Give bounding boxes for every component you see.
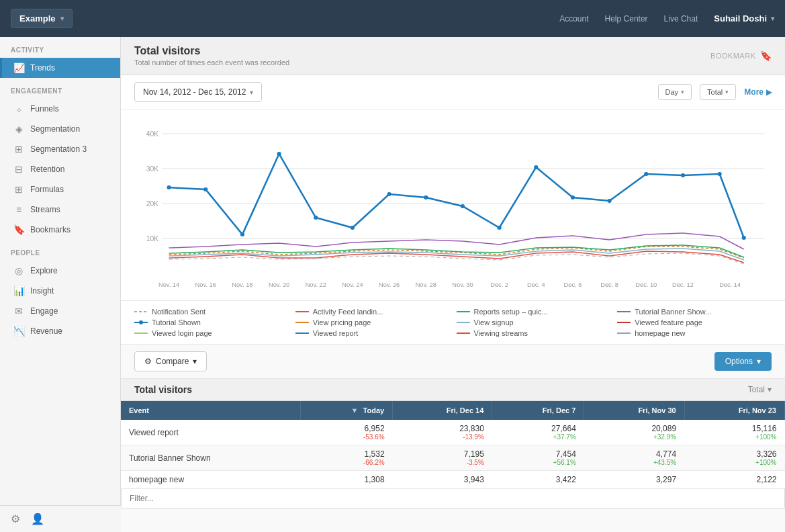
svg-text:Nov. 24: Nov. 24 [342, 281, 363, 288]
sidebar-item-segmentation3[interactable]: ⊞ Segmentation 3 [0, 139, 120, 159]
bookmark-button[interactable]: BOOKMARK 🔖 [710, 50, 772, 61]
svg-text:Nov. 16: Nov. 16 [195, 281, 216, 288]
page-subtitle: Total number of times each event was rec… [134, 58, 289, 66]
explore-icon: ◎ [13, 265, 25, 276]
sidebar-item-streams[interactable]: ≡ Streams [0, 200, 120, 220]
today-value: 1,532 -66.2% [301, 445, 393, 471]
chart-container: 40K 30K 20K 10K Nov. 14 Nov. 16 Nov. 18 … [134, 120, 772, 295]
legend-item-login: Viewed login page [134, 329, 289, 337]
sidebar-retention-label: Retention [30, 165, 64, 174]
col-nov30[interactable]: Fri, Nov 30 [584, 401, 684, 420]
legend-label-viewed-report: Viewed report [313, 329, 359, 337]
total-dropdown-label: Total [748, 385, 765, 394]
sidebar-item-engage[interactable]: ✉ Engage [0, 301, 120, 321]
sidebar-item-funnels[interactable]: ⬦ Funnels [0, 99, 120, 119]
svg-text:Dec. 4: Dec. 4 [527, 281, 545, 288]
table-header-row: Total visitors Total ▾ [121, 379, 785, 401]
svg-text:Nov. 18: Nov. 18 [232, 281, 252, 288]
date-range-chevron: ▾ [250, 89, 253, 96]
date-range-button[interactable]: Nov 14, 2012 - Dec 15, 2012 ▾ [134, 82, 262, 102]
col-dec14[interactable]: Fri, Dec 14 [393, 401, 492, 420]
svg-point-33 [498, 226, 502, 230]
legend-item-signup: View signup [457, 318, 611, 326]
table-row: Viewed report 6,952 -53.6% 23,830 -13.9%… [121, 420, 785, 445]
col-nov23[interactable]: Fri, Nov 23 [684, 401, 784, 420]
legend-label-tutorial-shown: Tutorial Shown [152, 318, 201, 326]
sidebar-item-insight[interactable]: 📊 Insight [0, 281, 120, 301]
total-label: Total [707, 88, 723, 96]
streams-icon: ≡ [13, 204, 25, 215]
svg-point-32 [461, 204, 465, 208]
sidebar-segmentation3-label: Segmentation 3 [30, 144, 87, 154]
engage-icon: ✉ [13, 306, 25, 316]
legend-label-notification: Notification Sent [152, 308, 205, 316]
legend-label-tutorial-banner: Tutorial Banner Show... [635, 308, 711, 316]
compare-button[interactable]: ⚙ Compare ▾ [134, 351, 207, 371]
legend-label-reports: Reports setup – quic... [474, 308, 548, 316]
svg-text:Nov. 26: Nov. 26 [379, 281, 400, 288]
sidebar-item-formulas[interactable]: ⊞ Formulas [0, 179, 120, 200]
bottom-toolbar: ⚙ Compare ▾ Options ▾ [121, 345, 785, 379]
svg-point-35 [571, 195, 575, 200]
event-name: Viewed report [121, 420, 301, 445]
dec7-value: 3,422 [492, 471, 584, 489]
sidebar-bookmarks-label: Bookmarks [30, 225, 71, 234]
sidebar-item-bookmarks[interactable]: 🔖 Bookmarks [0, 220, 120, 240]
sidebar-bottom: ⚙ 👤 [0, 505, 121, 532]
filter-input[interactable] [121, 489, 785, 508]
options-button[interactable]: Options ▾ [714, 352, 772, 371]
total-dropdown-chevron: ▾ [768, 385, 772, 394]
people-section-label: PEOPLE [0, 240, 120, 261]
app-selector[interactable]: Example ▾ [11, 9, 73, 28]
sidebar-item-explore[interactable]: ◎ Explore [0, 261, 120, 281]
svg-text:Dec. 10: Dec. 10 [635, 281, 657, 288]
legend-item-activity-feed: Activity Feed landin... [295, 308, 450, 316]
bookmark-icon: 🔖 [760, 50, 772, 61]
more-button[interactable]: More ▶ [744, 87, 772, 97]
bookmark-label: BOOKMARK [710, 52, 756, 60]
legend-label-pricing: View pricing page [313, 318, 371, 326]
main-content: Total visitors Total number of times eac… [121, 37, 785, 532]
col-event: Event [121, 401, 301, 420]
svg-text:40K: 40K [146, 130, 159, 138]
day-label: Day [665, 88, 679, 96]
total-button[interactable]: Total ▾ [700, 84, 736, 100]
col-dec7[interactable]: Fri, Dec 7 [492, 401, 584, 420]
svg-text:Dec. 12: Dec. 12 [672, 281, 694, 288]
col-today[interactable]: ▼ Today [301, 401, 393, 420]
sidebar-item-trends[interactable]: 📈 Trends [0, 58, 120, 78]
sidebar-item-revenue[interactable]: 📉 Revenue [0, 321, 120, 341]
svg-point-25 [203, 187, 207, 191]
sidebar-item-retention[interactable]: ⊟ Retention [0, 159, 120, 179]
account-link[interactable]: Account [559, 14, 588, 24]
svg-text:Nov. 30: Nov. 30 [452, 281, 473, 288]
more-arrow-icon: ▶ [766, 88, 772, 97]
nov30-value: 4,774 +43.5% [584, 445, 684, 471]
table-row: Tutorial Banner Shown 1,532 -66.2% 7,195… [121, 445, 785, 471]
user-profile[interactable]: Suhail Doshi ▾ [714, 13, 774, 24]
sidebar-funnels-label: Funnels [30, 104, 59, 114]
svg-text:30K: 30K [146, 165, 159, 173]
total-dropdown[interactable]: Total ▾ [748, 385, 772, 394]
nov30-value: 3,297 [584, 471, 684, 489]
help-center-link[interactable]: Help Center [605, 14, 648, 24]
user-chevron-icon: ▾ [771, 15, 774, 22]
svg-point-40 [742, 236, 746, 240]
svg-point-27 [277, 152, 281, 156]
legend-item-feature-page: Viewed feature page [617, 318, 772, 326]
chart-legend: Notification Sent Activity Feed landin..… [121, 301, 785, 345]
event-name: homepage new [121, 471, 301, 489]
day-button[interactable]: Day ▾ [658, 84, 692, 100]
settings-icon[interactable]: ⚙ [11, 513, 20, 525]
main-layout: ACTIVITY 📈 Trends ENGAGEMENT ⬦ Funnels ◈… [0, 37, 785, 532]
dec7-value: 27,664 +37.7% [492, 420, 584, 445]
retention-icon: ⊟ [13, 164, 25, 175]
legend-label-login: Viewed login page [152, 329, 212, 337]
live-chat-link[interactable]: Live Chat [664, 14, 698, 24]
add-user-icon[interactable]: 👤 [31, 513, 44, 525]
funnels-icon: ⬦ [13, 103, 25, 114]
svg-point-46 [139, 320, 143, 324]
sidebar-item-segmentation[interactable]: ◈ Segmentation [0, 119, 120, 139]
svg-text:Nov. 22: Nov. 22 [306, 281, 326, 288]
data-table: Event ▼ Today Fri, Dec 14 Fri, Dec 7 Fri… [121, 401, 785, 489]
